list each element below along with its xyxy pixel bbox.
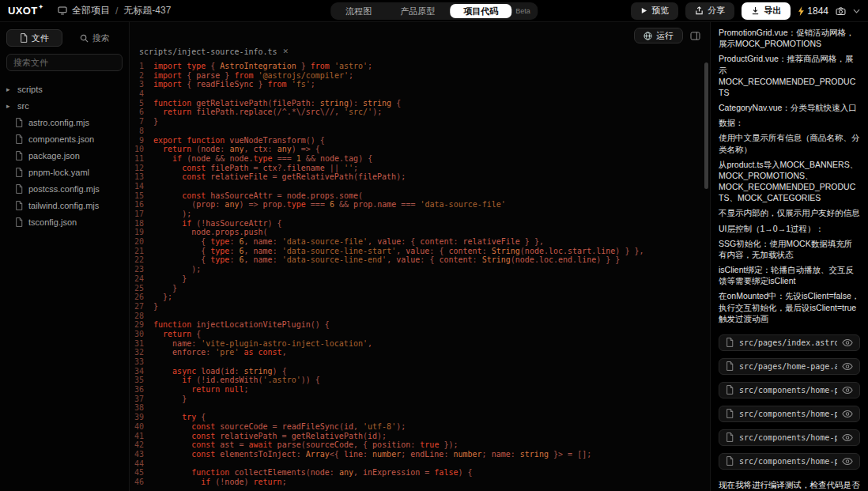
code-line[interactable]: 9export function vueNodeTransform() {: [130, 136, 710, 145]
code-line[interactable]: 4: [130, 89, 710, 99]
mode-tab[interactable]: 项目代码: [450, 4, 511, 18]
line-number: 46: [130, 478, 153, 487]
mode-tab[interactable]: 产品原型: [387, 4, 448, 18]
code-line[interactable]: 46 if (!node) return;: [130, 478, 710, 487]
code-line[interactable]: 32 enforce: 'pre' as const,: [130, 348, 710, 357]
search-files-input[interactable]: [6, 54, 123, 71]
code-line[interactable]: 23 );: [130, 265, 710, 274]
code-line[interactable]: 42 const ast = await parse(sourceCode, {…: [130, 440, 710, 450]
code-line[interactable]: 37 }: [130, 395, 710, 404]
code-line[interactable]: 22 { type: 6, name: 'data-source-line-en…: [130, 255, 710, 265]
eye-icon[interactable]: [842, 362, 853, 371]
code-line[interactable]: 13 const relativeFile = getRelativePath(…: [130, 172, 710, 182]
panel-toggle-icon[interactable]: [690, 32, 700, 40]
code-line[interactable]: 36 return null;: [130, 385, 710, 395]
editor-scrollbar[interactable]: [704, 62, 708, 189]
code-line[interactable]: 39 try {: [130, 413, 710, 422]
code-line[interactable]: 19 node.props.push(: [130, 228, 710, 237]
file-reference-chip[interactable]: src/components/home-page/P: [719, 453, 860, 470]
code-text: );: [153, 210, 191, 219]
code-line[interactable]: 11 if (node && node.type === 1 && node.t…: [130, 154, 710, 164]
search-tab[interactable]: 搜索: [67, 29, 123, 47]
file-reference-chip[interactable]: src/pages/index.astro: [719, 334, 860, 351]
code-line[interactable]: 25 }: [130, 284, 710, 293]
run-button[interactable]: 运行: [634, 28, 683, 43]
code-line[interactable]: 31 name: 'vite-plugin-astro-inject-locat…: [130, 339, 710, 349]
code-text: };: [153, 293, 172, 302]
tree-item-astro.config.mjs[interactable]: astro.config.mjs: [6, 114, 123, 130]
project-name[interactable]: 无标题-437: [123, 4, 171, 17]
code-text: );: [153, 265, 201, 274]
code-line[interactable]: 3import { readFileSync } from 'fs';: [130, 80, 710, 89]
close-tab-icon[interactable]: ✕: [283, 47, 289, 55]
code-line[interactable]: 7}: [130, 117, 710, 127]
code-line[interactable]: 18 if (!hasSourceAttr) {: [130, 219, 710, 229]
tree-item-tsconfig.json[interactable]: tsconfig.json: [6, 213, 123, 230]
code-line[interactable]: 27}: [130, 302, 710, 312]
code-line[interactable]: 29function injectLocationVitePlugin() {: [130, 320, 710, 330]
tree-item-src[interactable]: ▸src: [6, 97, 123, 114]
code-line[interactable]: 41 const relativePath = getRelativePath(…: [130, 432, 710, 441]
file-reference-chip[interactable]: src/pages/home-page.astro: [719, 358, 860, 375]
file-reference-chip[interactable]: src/components/home-page/: [719, 406, 860, 422]
file-path: src/pages/index.astro: [739, 338, 837, 347]
code-line[interactable]: 35 if (!id.endsWith('.astro')) {: [130, 376, 710, 385]
eye-icon[interactable]: [842, 386, 853, 395]
code-line[interactable]: 14: [130, 182, 710, 191]
share-button[interactable]: 分享: [685, 2, 734, 20]
code-line[interactable]: 21 { type: 6, name: 'data-source-line-st…: [130, 247, 710, 256]
eye-icon[interactable]: [842, 338, 853, 347]
export-button[interactable]: 导出: [742, 2, 791, 20]
code-line[interactable]: 10 return (node: any, ctx: any) => {: [130, 145, 710, 154]
code-line[interactable]: 33: [130, 357, 710, 367]
tree-item-tailwind.config.mjs[interactable]: tailwind.config.mjs: [6, 197, 123, 213]
tree-item-postcss.config.mjs[interactable]: postcss.config.mjs: [6, 180, 123, 197]
code-line[interactable]: 15 const hasSourceAttr = node.props.some…: [130, 191, 710, 201]
all-projects-link[interactable]: 全部项目: [72, 4, 110, 17]
eye-icon[interactable]: [842, 457, 853, 466]
tree-item-scripts[interactable]: ▸scripts: [6, 81, 123, 97]
tree-item-package.json[interactable]: package.json: [6, 147, 123, 164]
code-line[interactable]: 16 (prop: any) => prop.type === 6 && pro…: [130, 200, 710, 210]
code-line[interactable]: 8: [130, 127, 710, 136]
code-line[interactable]: 40 const sourceCode = readFileSync(id, '…: [130, 422, 710, 432]
preview-button[interactable]: 预览: [631, 2, 678, 20]
code-line[interactable]: 5function getRelativePath(filePath: stri…: [130, 99, 710, 108]
code-line[interactable]: 26 };: [130, 293, 710, 302]
code-line[interactable]: 45 function collectElements(node: any, i…: [130, 468, 710, 478]
code-area[interactable]: 1import type { AstroIntegration } from '…: [130, 59, 710, 491]
code-line[interactable]: 6 return filePath.replace(/^.*\/src\//, …: [130, 108, 710, 117]
tree-item-components.json[interactable]: components.json: [6, 130, 123, 147]
assistant-paragraph: 从product.ts导入MOCK_BANNERS、MOCK_PROMOTION…: [719, 159, 860, 204]
open-file-tab[interactable]: scripts/inject-source-info.ts: [139, 47, 277, 56]
code-line[interactable]: 34 async load(id: string) {: [130, 367, 710, 376]
chevron-down-icon[interactable]: [853, 9, 860, 13]
mode-tab[interactable]: 流程图: [332, 4, 385, 18]
code-line[interactable]: 12 const filePath = ctx?.filename || '';: [130, 164, 710, 173]
tree-item-label: postcss.config.mjs: [28, 184, 100, 194]
code-line[interactable]: 43 const elementsToInject: Array<{ line:…: [130, 450, 710, 459]
tree-item-pnpm-lock.yaml[interactable]: pnpm-lock.yaml: [6, 164, 123, 180]
code-line[interactable]: 17 );: [130, 210, 710, 219]
code-line[interactable]: 1import type { AstroIntegration } from '…: [130, 62, 710, 71]
code-line[interactable]: 24 }: [130, 274, 710, 284]
code-line[interactable]: 44: [130, 459, 710, 469]
code-line[interactable]: 28: [130, 312, 710, 321]
line-number: 10: [130, 145, 153, 154]
line-number: 35: [130, 376, 153, 385]
code-line[interactable]: 2import { parse } from '@astrojs/compile…: [130, 71, 710, 81]
code-line[interactable]: 38: [130, 403, 710, 413]
app-logo[interactable]: UXOT✦: [8, 5, 43, 17]
file-reference-chip[interactable]: src/components/home-page/P: [719, 429, 860, 446]
file-reference-chip[interactable]: src/components/home-page/: [719, 382, 860, 398]
code-line[interactable]: 20 { type: 6, name: 'data-source-file', …: [130, 237, 710, 247]
line-number: 13: [130, 172, 153, 182]
chevron-right-icon: ▸: [6, 102, 13, 110]
code-line[interactable]: 30 return {: [130, 330, 710, 339]
line-number: 41: [130, 432, 153, 441]
line-number: 12: [130, 164, 153, 173]
camera-button[interactable]: [836, 7, 846, 15]
files-tab[interactable]: 文件: [6, 29, 62, 47]
eye-icon[interactable]: [842, 433, 853, 442]
eye-icon[interactable]: [842, 410, 853, 418]
